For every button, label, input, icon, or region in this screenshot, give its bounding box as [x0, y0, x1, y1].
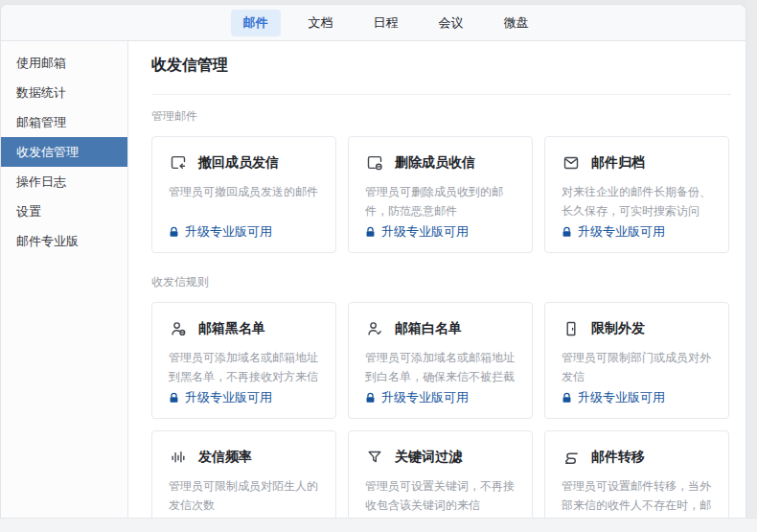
card-description: 对来往企业的邮件长期备份、长久保存，可实时搜索访问: [562, 182, 713, 220]
card-description: 管理员可添加域名或邮箱地址到白名单，确保来信不被拦截: [365, 348, 516, 386]
card-description: 管理员可设置邮件转移，当外部来信的收件人不存在时，邮件被转移到特定邮箱: [562, 476, 713, 520]
filter-funnel-icon: [365, 448, 384, 467]
card-whitelist[interactable]: 邮箱白名单 管理员可添加域名或邮箱地址到白名单，确保来信不被拦截 升级专业版可用: [348, 302, 533, 419]
card-title: 邮箱黑名单: [198, 320, 265, 337]
card-title: 撤回成员发信: [198, 154, 279, 172]
sidebar-item-mail-pro[interactable]: 邮件专业版: [1, 226, 127, 256]
page-title: 收发信管理: [151, 55, 728, 76]
tab-schedule[interactable]: 日程: [361, 10, 411, 36]
card-description: 管理员可添加域名或邮箱地址到黑名单，不再接收对方来信: [169, 348, 320, 386]
sidebar-item-mailbox-management[interactable]: 邮箱管理: [1, 107, 127, 137]
divider: [151, 94, 731, 95]
card-title: 关键词过滤: [395, 449, 462, 466]
upgrade-pro-link[interactable]: 升级专业版可用: [365, 389, 469, 406]
page-background-strip: [746, 0, 757, 532]
card-send-frequency[interactable]: 发信频率 管理员可限制成员对陌生人的发信次数 升级专业版可用: [151, 430, 336, 520]
section-label-send-receive-rules: 收发信规则: [151, 274, 728, 290]
sidebar: 使用邮箱 数据统计 邮箱管理 收发信管理 操作日志 设置 邮件专业版: [1, 41, 128, 520]
sidebar-item-use-mailbox[interactable]: 使用邮箱: [1, 48, 127, 78]
card-title: 限制外发: [591, 320, 645, 337]
card-description: 管理员可删除成员收到的邮件，防范恶意邮件: [365, 182, 516, 220]
lock-icon: [562, 392, 572, 404]
card-description: 管理员可撤回成员发送的邮件: [169, 182, 320, 201]
upgrade-pro-link[interactable]: 升级专业版可用: [169, 389, 272, 406]
delete-mail-icon: [365, 153, 384, 173]
card-delete-member-mail[interactable]: 删除成员收信 管理员可删除成员收到的邮件，防范恶意邮件 升级专业版可用: [348, 136, 533, 253]
manage-mail-grid: 撤回成员发信 管理员可撤回成员发送的邮件 升级专业版可用: [151, 136, 728, 253]
card-keyword-filter[interactable]: 关键词过滤 管理员可设置关键词，不再接收包含该关键词的来信 升级专业版可用: [348, 430, 533, 520]
lock-icon: [562, 226, 572, 238]
card-title: 邮件归档: [591, 154, 645, 172]
envelope-icon: [562, 153, 581, 173]
tab-drive[interactable]: 微盘: [492, 10, 541, 36]
tab-docs[interactable]: 文档: [296, 10, 346, 36]
card-title: 删除成员收信: [395, 154, 475, 172]
lock-icon: [365, 226, 376, 238]
recall-mail-icon: [169, 153, 188, 173]
section-label-manage-mail: 管理邮件: [151, 108, 728, 125]
card-restrict-outgoing[interactable]: 限制外发 管理员可限制部门或成员对外发信 升级专业版可用: [544, 302, 729, 419]
user-minus-icon: [169, 319, 188, 338]
door-icon: [562, 319, 581, 338]
card-blacklist[interactable]: 邮箱黑名单 管理员可添加域名或邮箱地址到黑名单，不再接收对方来信 升级专业版可用: [151, 302, 336, 419]
main-content: 收发信管理 管理邮件 撤回成员发信 管理员可撤回成员发送的邮件: [128, 41, 746, 520]
card-description: 管理员可限制部门或成员对外发信: [562, 348, 713, 386]
top-tabs: 邮件 文档 日程 会议 微盘: [231, 10, 541, 36]
sidebar-item-settings[interactable]: 设置: [1, 197, 127, 226]
user-check-icon: [365, 319, 384, 338]
lock-icon: [365, 392, 376, 404]
card-description: 管理员可限制成员对陌生人的发信次数: [169, 476, 320, 515]
lock-icon: [169, 226, 179, 238]
card-mail-transfer[interactable]: 邮件转移 管理员可设置邮件转移，当外部来信的收件人不存在时，邮件被转移到特定邮箱…: [544, 430, 729, 520]
top-navigation: 邮件 文档 日程 会议 微盘: [1, 5, 746, 41]
frequency-bars-icon: [169, 448, 188, 467]
transfer-arrow-icon: [562, 448, 581, 467]
card-title: 发信频率: [198, 449, 252, 466]
card-description: 管理员可设置关键词，不再接收包含该关键词的来信: [365, 476, 516, 515]
lock-icon: [169, 392, 179, 404]
card-mail-archive[interactable]: 邮件归档 对来往企业的邮件长期备份、长久保存，可实时搜索访问 升级专业版可用: [544, 136, 729, 253]
sidebar-item-statistics[interactable]: 数据统计: [1, 78, 127, 107]
rules-grid: 邮箱黑名单 管理员可添加域名或邮箱地址到黑名单，不再接收对方来信 升级专业版可用: [151, 302, 728, 520]
bottom-background-bar: [0, 518, 757, 532]
card-recall-member-mail[interactable]: 撤回成员发信 管理员可撤回成员发送的邮件 升级专业版可用: [151, 136, 336, 253]
admin-console: 邮件 文档 日程 会议 微盘 使用邮箱 数据统计 邮箱管理 收发信管理 操作日志…: [0, 4, 746, 532]
card-title: 邮箱白名单: [395, 320, 462, 337]
sidebar-item-send-receive-management[interactable]: 收发信管理: [1, 137, 127, 167]
upgrade-pro-link[interactable]: 升级专业版可用: [169, 223, 272, 241]
app-window: 邮件 文档 日程 会议 微盘 使用邮箱 数据统计 邮箱管理 收发信管理 操作日志…: [0, 0, 757, 532]
upgrade-pro-link[interactable]: 升级专业版可用: [562, 223, 665, 241]
tab-mail[interactable]: 邮件: [231, 10, 281, 36]
tab-meeting[interactable]: 会议: [426, 10, 476, 36]
card-title: 邮件转移: [591, 449, 645, 466]
upgrade-pro-link[interactable]: 升级专业版可用: [562, 389, 665, 406]
sidebar-item-operation-log[interactable]: 操作日志: [1, 167, 127, 197]
upgrade-pro-link[interactable]: 升级专业版可用: [365, 223, 469, 241]
